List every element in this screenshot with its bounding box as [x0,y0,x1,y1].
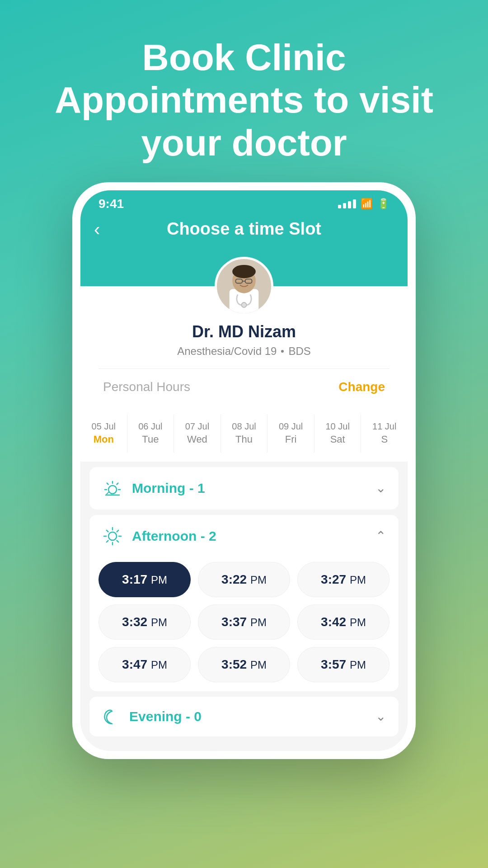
time-slot-2[interactable]: 3:22 PM [198,562,290,597]
time-slot-1[interactable]: 3:17 PM [99,562,191,597]
date-item-4[interactable]: 08 Jul Thu [221,414,268,453]
personal-hours-row: Personal Hours Change [99,368,389,405]
svg-line-23 [117,530,119,532]
morning-title: Morning - 1 [132,481,205,496]
hero-section: Book Clinic Appointments to visit your d… [0,0,488,182]
status-icons: 📶 🔋 [338,198,389,210]
afternoon-left: Afternoon - 2 [102,526,216,547]
doctor-degree: BDS [288,345,310,358]
date-day-3: Wed [187,434,207,445]
date-day-7: S [381,434,388,445]
morning-chevron: ⌄ [375,481,386,495]
date-month-6: 10 Jul [325,421,349,432]
evening-section: Evening - 0 ⌄ [89,697,399,736]
date-day-1: Mon [94,434,114,445]
date-day-4: Thu [235,434,253,445]
evening-chevron: ⌄ [375,709,386,724]
date-day-5: Fri [285,434,297,445]
svg-point-16 [108,532,117,540]
time-slot-3[interactable]: 3:27 PM [297,562,389,597]
date-month-3: 07 Jul [185,421,209,432]
time-sections: Morning - 1 ⌄ [80,467,408,751]
svg-line-15 [107,492,108,494]
evening-title: Evening - 0 [129,709,202,724]
time-slot-8[interactable]: 3:52 PM [198,647,290,682]
back-button[interactable]: ‹ [94,219,100,240]
svg-point-8 [108,486,117,494]
date-item-1[interactable]: 05 Jul Mon [80,414,127,453]
wifi-icon: 📶 [361,198,373,210]
svg-line-13 [117,483,118,485]
svg-line-21 [107,530,108,532]
screen-title: Choose a time Slot [167,219,321,238]
sunrise-icon [102,478,123,499]
afternoon-title: Afternoon - 2 [132,528,216,544]
time-slots-grid: 3:17 PM 3:22 PM 3:27 PM 3:32 PM 3:37 PM [89,557,399,691]
date-month-7: 11 Jul [372,421,396,432]
time-slot-7[interactable]: 3:47 PM [99,647,191,682]
morning-header[interactable]: Morning - 1 ⌄ [89,467,399,509]
svg-line-12 [107,483,108,485]
sun-icon [102,526,123,547]
svg-line-22 [117,540,119,542]
doctor-specialty: Anesthesia/Covid 19 [177,345,277,358]
hero-title: Book Clinic Appointments to visit your d… [36,36,452,164]
signal-icon [338,199,356,208]
date-item-5[interactable]: 09 Jul Fri [267,414,314,453]
time-slot-6[interactable]: 3:42 PM [297,604,389,640]
morning-section: Morning - 1 ⌄ [89,467,399,509]
doctor-avatar [215,257,273,316]
date-day-2: Tue [142,434,159,445]
time-slot-4[interactable]: 3:32 PM [99,604,191,640]
time-slot-5[interactable]: 3:37 PM [198,604,290,640]
date-item-2[interactable]: 06 Jul Tue [127,414,174,453]
date-month-2: 06 Jul [138,421,162,432]
time-slot-9[interactable]: 3:57 PM [297,647,389,682]
date-month-4: 08 Jul [232,421,256,432]
morning-left: Morning - 1 [102,478,205,499]
status-time: 9:41 [99,197,124,211]
evening-header[interactable]: Evening - 0 ⌄ [89,697,399,736]
svg-line-24 [107,540,108,542]
phone-mockup: 9:41 📶 🔋 ‹ Choose a time Slot [72,182,416,759]
status-bar: 9:41 📶 🔋 [80,190,408,215]
afternoon-chevron: ⌃ [375,528,386,543]
svg-point-7 [241,302,246,307]
moon-icon [102,708,120,726]
date-item-6[interactable]: 10 Jul Sat [314,414,361,453]
afternoon-header[interactable]: Afternoon - 2 ⌃ [89,515,399,557]
battery-icon: 🔋 [377,198,389,210]
doctor-section: Dr. MD Nizam Anesthesia/Covid 19 BDS Per… [80,257,408,405]
afternoon-section: Afternoon - 2 ⌃ 3:17 PM 3:22 PM 3:27 PM [89,515,399,691]
date-item-7[interactable]: 11 Jul S [361,414,408,453]
separator [281,350,284,353]
doctor-meta: Anesthesia/Covid 19 BDS [99,345,389,358]
personal-hours-label: Personal Hours [103,380,190,394]
date-day-6: Sat [330,434,345,445]
svg-point-3 [232,265,256,278]
app-header: ‹ Choose a time Slot [80,215,408,257]
evening-left: Evening - 0 [102,708,202,726]
change-button[interactable]: Change [338,380,385,394]
date-month-1: 05 Jul [92,421,116,432]
date-picker: 05 Jul Mon 06 Jul Tue 07 Jul Wed 08 Jul … [80,405,408,462]
doctor-name: Dr. MD Nizam [99,322,389,341]
date-month-5: 09 Jul [279,421,303,432]
date-item-3[interactable]: 07 Jul Wed [174,414,221,453]
